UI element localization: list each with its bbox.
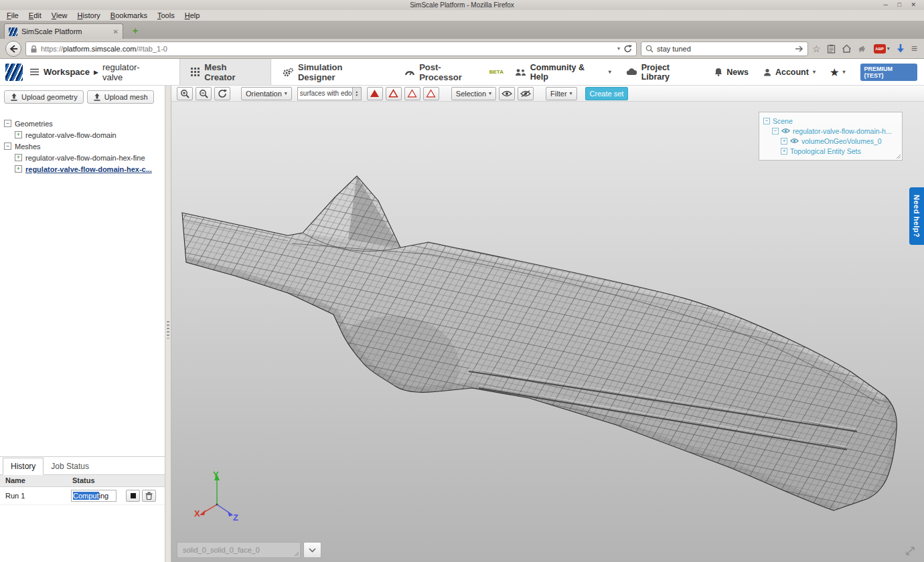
mesh-quality-button-4[interactable]	[423, 87, 439, 100]
browser-tab[interactable]: SimScale Platform ✕	[4, 23, 123, 39]
run-name: Run 1	[5, 492, 25, 500]
expand-icon[interactable]: +	[781, 138, 787, 145]
menu-view[interactable]: View	[48, 10, 72, 21]
filter-button[interactable]: Filter▾	[546, 87, 576, 100]
nav-news[interactable]: News	[714, 68, 749, 77]
stop-run-button[interactable]	[126, 490, 140, 502]
zoom-out-button[interactable]	[196, 87, 212, 100]
tab-simulation-designer-label: Simulation Designer	[298, 62, 382, 82]
tab-mesh-creator[interactable]: Mesh Creator	[179, 59, 271, 85]
home-icon[interactable]	[842, 44, 852, 53]
breadcrumb-arrow-icon: ▶	[94, 69, 98, 76]
workspace-list-icon	[29, 68, 40, 76]
panel-resize-grip-icon[interactable]	[896, 154, 901, 159]
tab-post-processor[interactable]: Post-Processor BETA	[393, 59, 515, 85]
collapse-icon[interactable]: −	[763, 118, 770, 124]
megaphone-icon[interactable]	[858, 45, 868, 53]
column-name: Name	[5, 476, 25, 484]
close-icon[interactable]: ✕	[911, 1, 920, 8]
eye-icon[interactable]	[790, 138, 799, 144]
minimize-icon[interactable]: ─	[884, 1, 892, 8]
expand-icon[interactable]: +	[15, 154, 22, 161]
expand-viewport-icon[interactable]	[905, 545, 916, 557]
upload-mesh-button[interactable]: Upload mesh	[87, 90, 154, 104]
tree-node-mesh-fine[interactable]: + regulator-valve-flow-domain-hex-fine	[4, 152, 162, 163]
clipboard-icon[interactable]	[827, 44, 836, 54]
menu-file[interactable]: File	[3, 10, 23, 21]
nav-news-label: News	[726, 68, 749, 77]
nav-community-help[interactable]: Community & Help ▾	[515, 63, 611, 82]
face-name-input[interactable]: solid_0_solid_0_face_0	[177, 542, 301, 558]
sidebar-splitter[interactable]	[165, 86, 171, 562]
mesh-quality-button-3[interactable]	[404, 87, 420, 100]
new-tab-button[interactable]: +	[127, 24, 143, 37]
orientation-button[interactable]: Orientation▾	[241, 87, 292, 100]
render-mode-select[interactable]: surfaces with edo ▲▼	[297, 87, 362, 100]
expand-icon[interactable]: +	[15, 131, 22, 138]
axis-y-label: Y	[213, 470, 219, 480]
search-bar[interactable]: stay tuned	[641, 41, 808, 56]
menu-icon[interactable]: ≡	[911, 43, 917, 54]
create-set-button[interactable]: Create set	[585, 87, 629, 100]
breadcrumb[interactable]: Workspace ▶ regulator-valve	[29, 59, 179, 85]
upload-geometry-button[interactable]: Upload geometry	[4, 90, 84, 104]
favorites-menu[interactable]: ★ ▾	[830, 67, 846, 78]
sidebar: Upload geometry Upload mesh − Geometries…	[0, 86, 165, 562]
show-selected-button[interactable]	[499, 87, 515, 100]
search-input[interactable]: stay tuned	[657, 45, 791, 53]
face-dropdown-button[interactable]	[303, 542, 321, 558]
status-field[interactable]: Computing	[71, 490, 117, 502]
tab-simulation-designer[interactable]: Simulation Designer	[271, 59, 393, 85]
tab-close-icon[interactable]: ✕	[113, 28, 119, 35]
urlbar-dropdown-icon[interactable]: ▾	[617, 45, 620, 52]
tree-node-mesh-coarse-selected[interactable]: + regulator-valve-flow-domain-hex-c...	[4, 163, 162, 175]
expand-icon[interactable]: +	[15, 165, 22, 173]
mesh-quality-button-1[interactable]	[367, 87, 383, 100]
window-title: SimScale Platform - Mozilla Firefox	[410, 1, 514, 9]
scene-topo-node[interactable]: + Topological Entity Sets	[763, 146, 899, 156]
download-arrow-icon[interactable]	[896, 43, 905, 54]
menu-help[interactable]: Help	[181, 10, 204, 21]
tree-node-meshes[interactable]: − Meshes	[4, 140, 162, 152]
lock-icon	[30, 45, 37, 53]
scene-tree-panel[interactable]: − Scene − regulator-valve-flow-domain-h.…	[759, 112, 903, 161]
maximize-icon[interactable]: □	[898, 1, 905, 8]
nav-project-library[interactable]: Project Library	[626, 63, 700, 82]
mesh-quality-button-2[interactable]	[386, 87, 402, 100]
zoom-out-icon	[199, 89, 208, 98]
scene-mesh-node[interactable]: − regulator-valve-flow-domain-h...	[763, 126, 899, 136]
menu-edit[interactable]: Edit	[25, 10, 46, 21]
select-spinner-icon[interactable]: ▲▼	[352, 88, 361, 100]
collapse-icon[interactable]: −	[772, 128, 779, 134]
bookmark-star-icon[interactable]: ☆	[812, 44, 821, 54]
scene-root-node[interactable]: − Scene	[763, 116, 899, 126]
tree-node-geometries[interactable]: − Geometries	[4, 118, 162, 129]
need-help-tab[interactable]: Need help?	[909, 187, 924, 245]
url-bar[interactable]: https://platform.simscale.com/#tab_1-0 ▾	[25, 41, 637, 56]
eye-icon[interactable]	[781, 128, 790, 134]
collapse-icon[interactable]: −	[4, 120, 11, 127]
3d-canvas[interactable]: − Scene − regulator-valve-flow-domain-h.…	[171, 102, 924, 562]
collapse-icon[interactable]: −	[4, 143, 11, 150]
back-button[interactable]	[5, 41, 21, 57]
search-go-icon[interactable]	[795, 45, 803, 52]
tab-history[interactable]: History	[3, 458, 44, 475]
adblock-control[interactable]: ABP ▾	[874, 44, 890, 54]
scene-volume-node[interactable]: + volumeOnGeoVolumes_0	[763, 136, 899, 146]
menu-history[interactable]: History	[74, 10, 104, 21]
reload-icon[interactable]	[623, 44, 632, 53]
expand-icon[interactable]: +	[781, 148, 787, 155]
menu-bookmarks[interactable]: Bookmarks	[106, 10, 151, 21]
tab-job-status[interactable]: Job Status	[44, 458, 96, 474]
reset-view-button[interactable]	[214, 87, 230, 100]
window-titlebar: SimScale Platform - Mozilla Firefox ─ □ …	[0, 0, 924, 10]
delete-run-button[interactable]	[142, 490, 156, 502]
selection-button[interactable]: Selection▾	[451, 87, 496, 100]
zoom-in-button[interactable]	[177, 87, 193, 100]
hide-selected-button[interactable]	[518, 87, 534, 100]
history-panel-tabs: History Job Status	[0, 457, 165, 475]
simscale-logo-icon[interactable]	[5, 64, 23, 81]
menu-tools[interactable]: Tools	[153, 10, 179, 21]
nav-account[interactable]: Account ▾	[763, 68, 816, 77]
tree-node-geometry-item[interactable]: + regulator-valve-flow-domain	[4, 129, 162, 140]
